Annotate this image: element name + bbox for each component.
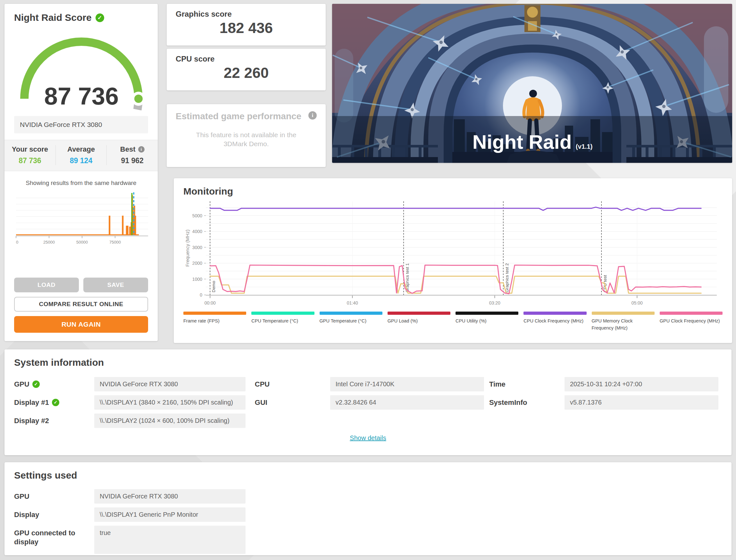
score-gauge: 87 736 bbox=[14, 29, 149, 113]
time-label: Time bbox=[489, 377, 565, 389]
hero-version: (v1.1) bbox=[576, 143, 592, 150]
load-button[interactable]: LOAD bbox=[14, 278, 79, 292]
run-again-button[interactable]: RUN AGAIN bbox=[14, 316, 148, 333]
system-info-column-2: CPU Intel Core i7-14700K GUI v2.32.8426 … bbox=[255, 377, 489, 432]
test-marker-label: CPU test bbox=[603, 275, 607, 292]
legend-swatch bbox=[320, 312, 382, 315]
legend-label: CPU Utility (%) bbox=[456, 317, 518, 324]
settings-used-rows: GPU NVIDIA GeForce RTX 3080 Display \\.\… bbox=[14, 489, 258, 558]
display2-label: Display #2 bbox=[14, 414, 94, 425]
settings-gpu-connected-label: GPU connected to display bbox=[14, 526, 94, 546]
legend-item: GPU Temperature (°C) bbox=[320, 312, 382, 332]
cpu-score-value: 22 260 bbox=[176, 64, 317, 81]
gpu-row: GPU ✓ NVIDIA GeForce RTX 3080 bbox=[14, 377, 255, 391]
gpu-label-row: GPU ✓ bbox=[14, 377, 94, 389]
display1-row: Display #1 ✓ \\.\DISPLAY1 (3840 × 2160, … bbox=[14, 395, 255, 410]
same-hardware-note: Showing results from the same hardware bbox=[14, 180, 148, 187]
legend-label: GPU Memory Clock Frequency (MHz) bbox=[592, 317, 655, 332]
settings-gpu-label: GPU bbox=[14, 489, 94, 501]
graphics-score-card: Graphics score 182 436 bbox=[167, 4, 326, 46]
svg-text:05:00: 05:00 bbox=[631, 300, 643, 305]
show-details-row: Show details bbox=[14, 434, 722, 442]
score-distribution-chart: 0250005000075000 bbox=[14, 189, 152, 247]
estimated-info-icon[interactable]: i bbox=[308, 111, 317, 120]
system-info-column-1: GPU ✓ NVIDIA GeForce RTX 3080 Display #1… bbox=[14, 377, 255, 432]
estimated-performance-card: Estimated game performance i This featur… bbox=[167, 104, 326, 167]
compare-result-online-button[interactable]: COMPARE RESULT ONLINE bbox=[14, 297, 148, 312]
valid-check-icon: ✓ bbox=[96, 13, 104, 22]
settings-display-value: \\.\DISPLAY1 Generic PnP Monitor bbox=[94, 507, 246, 522]
gui-label: GUI bbox=[255, 395, 330, 407]
overall-score-value: 87 736 bbox=[44, 82, 119, 110]
estimated-body-line1: This feature is not available in the bbox=[176, 130, 317, 139]
settings-used-title: Settings used bbox=[14, 470, 722, 481]
3dmark-result-page: { "colors":{ "accent_green":"#7dc142","c… bbox=[0, 0, 736, 560]
monitoring-plot: 010002000300040005000Frequency (MHz)00:0… bbox=[185, 201, 717, 305]
monitoring-panel: Monitoring 010002000300040005000Frequenc… bbox=[174, 178, 732, 343]
system-information-title: System information bbox=[14, 357, 722, 368]
settings-used-panel: Settings used GPU NVIDIA GeForce RTX 308… bbox=[4, 462, 732, 555]
monitoring-title: Monitoring bbox=[183, 186, 723, 197]
show-details-link[interactable]: Show details bbox=[350, 434, 386, 441]
hero-art: Night Raid (v1.1) bbox=[332, 4, 732, 163]
svg-text:5000: 5000 bbox=[192, 213, 202, 218]
gauge-knob bbox=[134, 95, 143, 103]
svg-text:4000: 4000 bbox=[192, 229, 202, 234]
display1-value: \\.\DISPLAY1 (3840 × 2160, 150% DPI scal… bbox=[94, 395, 246, 410]
legend-label: GPU Temperature (°C) bbox=[320, 317, 382, 324]
keystone-ornament bbox=[524, 5, 540, 32]
gpu-check-icon: ✓ bbox=[32, 380, 40, 388]
gpu-label: GPU bbox=[14, 380, 29, 389]
best-score-label: Best i bbox=[107, 145, 158, 154]
legend-label: Frame rate (FPS) bbox=[183, 317, 246, 324]
systeminfo-row: SystemInfo v5.87.1376 bbox=[489, 395, 722, 410]
legend-swatch bbox=[456, 312, 518, 315]
save-button[interactable]: SAVE bbox=[83, 278, 148, 292]
hero-title: Night Raid bbox=[473, 131, 572, 153]
score-comparison: Your score 87 736 Average 89 124 Best i … bbox=[4, 140, 158, 171]
your-score-value: 87 736 bbox=[4, 156, 55, 165]
settings-gpu-connected-row: GPU connected to display true bbox=[14, 526, 258, 554]
legend-swatch bbox=[388, 312, 450, 315]
legend-label: GPU Clock Frequency (MHz) bbox=[660, 317, 723, 324]
best-score-value: 91 962 bbox=[107, 156, 158, 165]
best-score-label-text: Best bbox=[120, 145, 136, 154]
graphics-score-label: Graphics score bbox=[176, 10, 317, 19]
legend-item: CPU Utility (%) bbox=[456, 312, 518, 332]
monitoring-chart: 010002000300040005000Frequency (MHz)00:0… bbox=[183, 197, 723, 310]
score-panel-title-row: Night Raid Score ✓ bbox=[14, 12, 148, 23]
display1-check-icon: ✓ bbox=[52, 399, 59, 406]
time-row: Time 2025-10-31 10:24 +07:00 bbox=[489, 377, 722, 391]
test-marker-label: Graphics test 2 bbox=[505, 263, 509, 292]
settings-gpu-row: GPU NVIDIA GeForce RTX 3080 bbox=[14, 489, 258, 504]
svg-text:00:00: 00:00 bbox=[205, 300, 216, 305]
gpu-select-field[interactable]: NVIDIA GeForce RTX 3080 bbox=[14, 116, 148, 133]
legend-swatch bbox=[592, 312, 655, 315]
system-info-column-3: Time 2025-10-31 10:24 +07:00 SystemInfo … bbox=[489, 377, 722, 432]
legend-label: GPU Load (%) bbox=[388, 317, 450, 324]
benchmark-hero-banner: Night Raid (v1.1) bbox=[332, 4, 732, 163]
score-panel: Night Raid Score ✓ 87 736 NVIDIA GeForce… bbox=[4, 4, 158, 341]
window-right bbox=[704, 26, 728, 113]
y-axis-label: Frequency (MHz) bbox=[185, 230, 190, 267]
legend-swatch bbox=[183, 312, 246, 315]
score-gauge-svg: 87 736 bbox=[14, 29, 149, 112]
legend-item: GPU Memory Clock Frequency (MHz) bbox=[592, 312, 655, 332]
gpu-select-value: NVIDIA GeForce RTX 3080 bbox=[20, 121, 102, 129]
best-info-icon[interactable]: i bbox=[138, 146, 145, 153]
cpu-label: CPU bbox=[255, 377, 330, 389]
legend-swatch bbox=[660, 312, 723, 315]
average-score-label: Average bbox=[56, 145, 107, 154]
graphics-score-value: 182 436 bbox=[176, 19, 317, 37]
svg-text:03:20: 03:20 bbox=[489, 300, 500, 305]
average-score-value: 89 124 bbox=[56, 156, 107, 165]
display2-row: Display #2 \\.\DISPLAY2 (1024 × 600, 100… bbox=[14, 414, 255, 428]
svg-text:3000: 3000 bbox=[192, 245, 202, 250]
settings-display-label: Display bbox=[14, 507, 94, 519]
svg-text:1000: 1000 bbox=[192, 277, 202, 282]
test-marker-label: Graphics test 1 bbox=[405, 263, 410, 292]
svg-text:25000: 25000 bbox=[43, 240, 55, 245]
cpu-score-card: CPU score 22 260 bbox=[167, 49, 326, 90]
distribution-plot: 0250005000075000 bbox=[16, 192, 148, 245]
cpu-row: CPU Intel Core i7-14700K bbox=[255, 377, 489, 391]
